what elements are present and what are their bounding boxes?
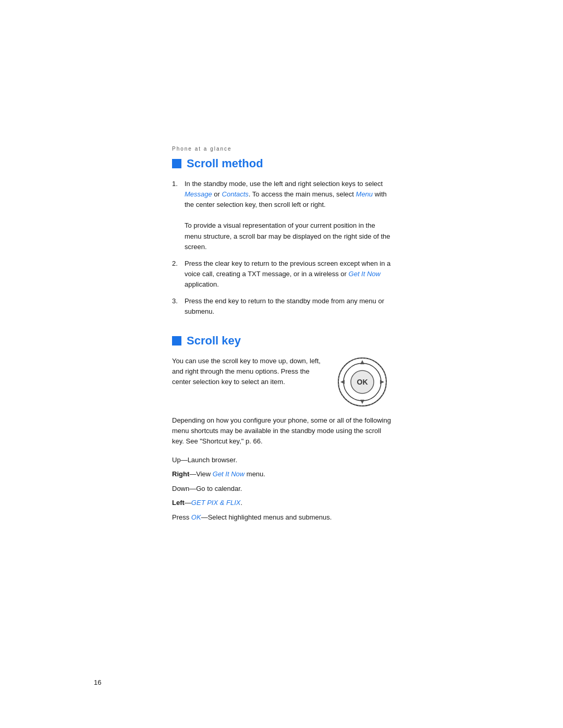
list-text: Press the end key to return to the stand… [185,296,391,317]
list-text: In the standby mode, use the left and ri… [185,179,391,210]
list-number: 3. [172,296,180,317]
contacts-link: Contacts [222,190,249,198]
ok-nav-key-graphic: OK [336,356,388,408]
shortcut-down: Down—Go to calendar. [172,483,391,495]
list-number: 2. [172,258,180,290]
scroll-method-list: 1. In the standby mode, use the left and… [172,179,391,210]
list-text: Press the clear key to return to the pre… [185,258,391,290]
list-number: 1. [172,179,180,210]
scroll-key-para2: Depending on how you configure your phon… [172,415,391,447]
scroll-key-image: OK [334,356,391,408]
scroll-key-section: Scroll key You can use the scroll key to… [172,334,391,523]
content-area: Phone at a glance Scroll method 1. In th… [78,0,485,567]
svg-marker-7 [380,380,384,384]
get-it-now-link-1: Get It Now [349,270,381,278]
scroll-key-title: Scroll key [172,334,391,348]
list-item: 1. In the standby mode, use the left and… [172,179,391,210]
shortcut-up: Up—Launch browser. [172,454,391,466]
scroll-method-list-2: 2. Press the clear key to return to the … [172,258,391,317]
section-label: Phone at a glance [172,146,391,152]
svg-marker-6 [340,380,345,384]
page: Phone at a glance Scroll method 1. In th… [0,0,563,728]
ok-link: OK [191,513,201,521]
scroll-method-icon [172,159,181,168]
list-item: 2. Press the clear key to return to the … [172,258,391,290]
svg-marker-4 [360,360,364,364]
get-it-now-link-2: Get It Now [213,470,244,478]
shortcut-ok: Press OK—Select highlighted menus and su… [172,511,391,523]
sub-paragraph-1: To provide a visual representation of yo… [185,220,391,252]
scroll-method-section: Scroll method 1. In the standby mode, us… [172,157,391,317]
scroll-shortcuts: Up—Launch browser. Right—View Get It Now… [172,454,391,523]
scroll-key-para: You can use the scroll key to move up, d… [172,356,323,393]
svg-text:OK: OK [357,378,368,386]
scroll-method-title: Scroll method [172,157,391,170]
svg-marker-5 [360,400,364,404]
message-link: Message [185,190,212,198]
shortcut-right: Right—View Get It Now menu. [172,468,391,480]
shortcut-left: Left—GET PIX & FLIX. [172,497,391,509]
menu-link: Menu [356,190,373,198]
scroll-key-content: You can use the scroll key to move up, d… [172,356,391,408]
scroll-key-icon [172,336,181,346]
page-number: 16 [94,678,101,686]
get-pix-flix-link: GET PIX & FLIX [191,499,241,507]
list-item: 3. Press the end key to return to the st… [172,296,391,317]
